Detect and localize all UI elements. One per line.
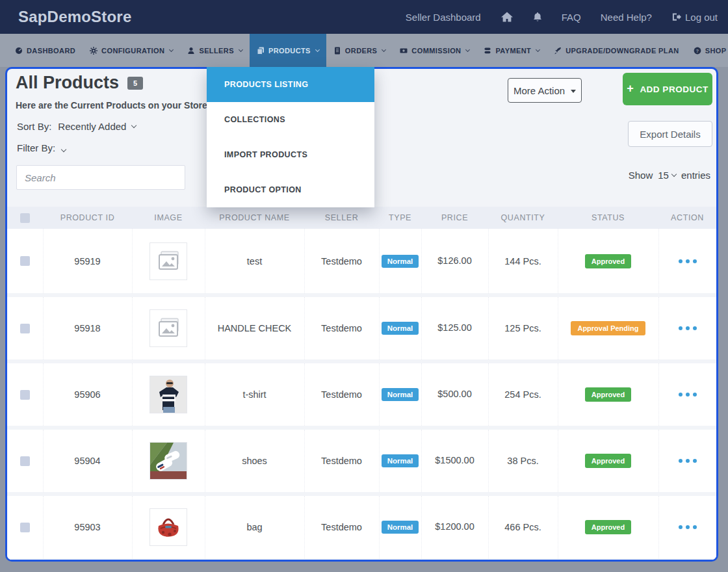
page-subtitle: Here are the Current Products on your St…: [16, 100, 210, 110]
chevron-down-icon: [382, 47, 386, 51]
faq-link[interactable]: FAQ: [562, 12, 581, 23]
menu-item-import-products[interactable]: IMPORT PRODUCTS: [207, 137, 374, 172]
type-badge: Normal: [382, 255, 419, 268]
table-row: 95904 shoes Testdemo Normal $1500.00 38 …: [7, 428, 716, 494]
row-checkbox[interactable]: [20, 256, 30, 266]
price: $126.00: [437, 254, 471, 268]
row-checkbox[interactable]: [20, 456, 30, 466]
nav-item-upgrade-plan[interactable]: UPGRADE/DOWNGRADE PLAN: [547, 34, 686, 67]
row-actions-menu[interactable]: [659, 525, 717, 529]
product-name: bag: [205, 494, 304, 560]
seller-dashboard-label: Seller Dashboard: [406, 12, 481, 23]
add-product-button[interactable]: + ADD PRODUCT: [623, 73, 712, 105]
table-row: 95919 test Testdemo Normal $126.00 144 P…: [7, 229, 716, 295]
chevron-down-icon: [536, 47, 540, 51]
type-badge: Normal: [382, 454, 419, 467]
nav-item-products[interactable]: PRODUCTS: [250, 34, 326, 67]
product-count-badge: 5: [127, 77, 143, 90]
col-product-id: PRODUCT ID: [43, 207, 132, 229]
gear-icon: [90, 47, 98, 55]
status-badge: Approval Pending: [571, 321, 645, 335]
quantity: 38 Pcs.: [488, 428, 558, 494]
menu-item-product-option[interactable]: PRODUCT OPTION: [207, 172, 374, 207]
logout-label: Log out: [685, 12, 718, 23]
plus-icon: +: [627, 82, 634, 96]
seller-dashboard-link[interactable]: Seller Dashboard: [406, 12, 481, 23]
product-name: test: [205, 229, 304, 295]
row-checkbox[interactable]: [20, 390, 30, 400]
filter-by-select[interactable]: [62, 142, 66, 153]
bell-icon[interactable]: [533, 12, 542, 22]
nav-item-sellers[interactable]: SELLERS: [180, 34, 250, 67]
chevron-down-icon: [131, 122, 136, 127]
col-type: TYPE: [379, 207, 421, 229]
col-product-name: PRODUCT NAME: [205, 207, 304, 229]
product-id: 95906: [43, 361, 132, 428]
commission-icon: [400, 47, 408, 55]
nav-item-configuration[interactable]: CONFIGURATION: [83, 34, 180, 67]
product-id: 95904: [43, 428, 132, 494]
need-help-link[interactable]: Need Help?: [601, 12, 652, 23]
home-icon[interactable]: [500, 11, 514, 23]
type-badge: Normal: [382, 388, 419, 401]
nav-item-commission[interactable]: COMMISSION: [393, 34, 476, 67]
select-all-checkbox[interactable]: [20, 213, 30, 223]
row-actions-menu[interactable]: [659, 459, 717, 463]
chevron-down-icon: [239, 47, 243, 51]
row-checkbox[interactable]: [20, 523, 30, 532]
nav-label: PAYMENT: [495, 47, 531, 55]
products-dropdown-menu: PRODUCTS LISTING COLLECTIONS IMPORT PROD…: [207, 67, 374, 207]
nav-label: SELLERS: [199, 47, 234, 55]
table-row: 95918 HANDLE CHECK Testdemo Normal $125.…: [7, 295, 716, 361]
pages-icon: [257, 47, 265, 55]
quantity: 144 Pcs.: [488, 229, 558, 295]
product-image-bag: [150, 508, 187, 546]
product-image-placeholder: [150, 309, 187, 347]
nav-item-payment[interactable]: PAYMENT: [476, 34, 547, 67]
chevron-down-icon: [671, 171, 677, 176]
export-details-button[interactable]: Export Details: [628, 121, 712, 147]
logout-link[interactable]: Log out: [671, 12, 718, 23]
search-input[interactable]: [16, 165, 185, 190]
product-name: shoes: [205, 428, 304, 494]
brand-logo[interactable]: SapDemoStore: [18, 8, 131, 26]
nav-item-dashboard[interactable]: DASHBOARD: [8, 34, 83, 67]
col-action: ACTION: [658, 207, 716, 229]
sort-by-select[interactable]: Recently Added: [58, 121, 136, 132]
sort-by-value: Recently Added: [58, 121, 126, 132]
caret-down-icon: [571, 90, 576, 93]
seller-name: Testdemo: [304, 428, 379, 494]
price: $500.00: [437, 387, 471, 402]
row-actions-menu[interactable]: [659, 393, 717, 396]
nav-label: PRODUCTS: [268, 47, 311, 55]
nav-label: CONFIGURATION: [101, 47, 164, 55]
question-icon: ?: [694, 47, 701, 55]
page-size-select[interactable]: 15: [658, 170, 676, 181]
row-actions-menu[interactable]: [659, 326, 717, 330]
entries-label: entries: [681, 170, 710, 181]
row-actions-menu[interactable]: [659, 259, 717, 263]
orders-icon: [333, 47, 341, 55]
more-action-button[interactable]: More Action: [508, 78, 582, 103]
nav-item-orders[interactable]: ORDERS: [326, 34, 393, 67]
product-name: t-shirt: [205, 361, 304, 428]
menu-item-products-listing[interactable]: PRODUCTS LISTING: [207, 67, 374, 102]
need-help-label: Need Help?: [601, 12, 652, 23]
add-product-label: ADD PRODUCT: [640, 84, 708, 94]
menu-item-collections[interactable]: COLLECTIONS: [207, 102, 374, 137]
col-status: STATUS: [558, 207, 658, 229]
products-table: PRODUCT ID IMAGE PRODUCT NAME SELLER TYP…: [7, 207, 716, 562]
main-nav: DASHBOARD CONFIGURATION SELLERS PRODUCTS…: [0, 34, 728, 67]
more-action-label: More Action: [514, 85, 565, 96]
nav-label: DASHBOARD: [27, 47, 75, 55]
col-image: IMAGE: [132, 207, 205, 229]
product-name: HANDLE CHECK: [205, 295, 304, 361]
nav-label: SHOP FAQ: [705, 47, 728, 55]
payment-icon: [484, 47, 491, 55]
nav-label: UPGRADE/DOWNGRADE PLAN: [566, 47, 679, 55]
row-checkbox[interactable]: [20, 324, 30, 333]
page-title: All Products: [16, 73, 119, 93]
nav-item-shop-faq[interactable]: ? SHOP FAQ: [686, 34, 728, 67]
status-badge: Approved: [585, 520, 631, 534]
show-label: Show: [629, 170, 653, 181]
